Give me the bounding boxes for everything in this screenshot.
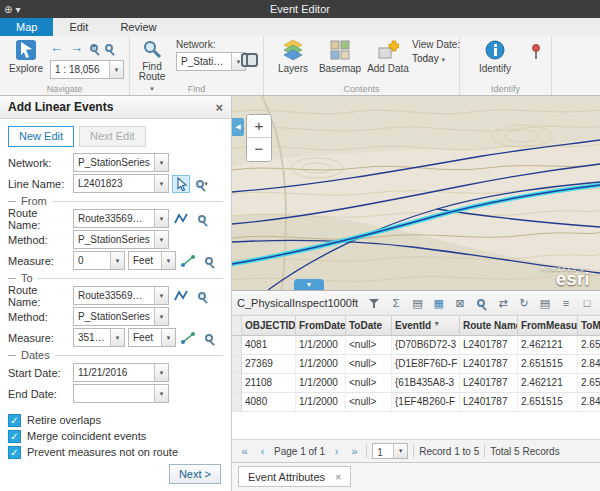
table-row[interactable]: 27369 1/1/2000 <null> {D1E8F76D-F L24017…	[232, 355, 600, 374]
options-menu-icon[interactable]: ≡	[558, 295, 574, 311]
tab-review[interactable]: Review	[104, 18, 172, 36]
to-measure-tool-icon[interactable]	[179, 329, 197, 347]
table-row[interactable]: 21108 1/1/2000 <null> {61B435A8-3 L24017…	[232, 374, 600, 393]
from-route-zoom-icon[interactable]	[193, 210, 211, 228]
to-unit-caret-icon[interactable]: ▼	[161, 329, 175, 346]
zoom-in-icon[interactable]	[90, 44, 98, 52]
retire-overlaps-checkbox[interactable]: ✓ Retire overlaps	[8, 412, 223, 428]
to-route-caret-icon[interactable]: ▼	[154, 287, 168, 304]
row-handle[interactable]	[232, 355, 242, 373]
from-measure-tool-icon[interactable]	[179, 252, 197, 270]
to-unit-select[interactable]: Feet ▼	[128, 328, 176, 347]
pin-tool-icon[interactable]	[529, 44, 543, 60]
column-header-routename[interactable]: Route Name	[460, 316, 518, 335]
map-canvas[interactable]: ◀ + − ▼ POWERED BY esri	[232, 96, 600, 290]
clear-selection-icon[interactable]: ⊠	[452, 295, 467, 311]
to-measure-input[interactable]: 351.75 ▼	[73, 328, 125, 347]
refresh-icon[interactable]: ↻	[516, 295, 532, 311]
collapse-panel-arrow[interactable]: ◀	[232, 118, 244, 136]
column-header-eventid[interactable]: EventId ▼	[392, 316, 460, 335]
explore-button[interactable]: Explore	[6, 39, 46, 74]
from-route-select[interactable]: Route33569@Cent ▼	[73, 209, 169, 228]
tab-event-attributes[interactable]: Event Attributes ×	[238, 466, 351, 487]
end-date-caret-icon[interactable]: ▼	[154, 385, 168, 402]
from-method-select[interactable]: P_StationSeries ▼	[73, 230, 169, 249]
to-measure-zoom-icon[interactable]	[200, 329, 218, 347]
row-handle[interactable]	[232, 336, 242, 354]
grid-splitter-collapse[interactable]: ▼	[294, 279, 324, 290]
panel-close-icon[interactable]: ×	[215, 101, 223, 114]
zoom-to-selection-icon[interactable]	[474, 295, 489, 311]
identify-button[interactable]: Identify	[474, 39, 516, 74]
table-row[interactable]: 4081 1/1/2000 <null> {D70B6D72-3 L240178…	[232, 336, 600, 355]
select-line-on-map-icon[interactable]	[172, 175, 190, 193]
from-method-caret-icon[interactable]: ▼	[154, 231, 168, 248]
network-combobox[interactable]: P_StationSeries ▼	[176, 52, 246, 71]
from-unit-caret-icon[interactable]: ▼	[161, 252, 175, 269]
zoom-out-icon[interactable]	[105, 44, 113, 52]
row-handle[interactable]	[232, 393, 242, 411]
export-table-icon[interactable]: ▤	[537, 295, 553, 311]
row-handle[interactable]	[232, 374, 242, 392]
to-measure-caret-icon[interactable]: ▼	[110, 329, 124, 346]
start-date-input[interactable]: 11/21/2016 ▼	[73, 363, 169, 382]
filter-icon[interactable]	[367, 295, 382, 311]
view-date-value[interactable]: Today ▾	[412, 53, 456, 64]
column-header-fromdate[interactable]: FromDate	[296, 316, 346, 335]
from-measure-zoom-icon[interactable]	[200, 252, 218, 270]
page-size-select[interactable]: 1 ▼	[372, 443, 408, 459]
sort-caret-icon[interactable]: ▼	[433, 320, 440, 327]
tab-edit[interactable]: Edit	[53, 18, 104, 36]
end-date-input[interactable]: ▼	[73, 384, 169, 403]
next-extent-icon[interactable]: →	[70, 41, 83, 55]
network-select-caret-icon[interactable]: ▼	[154, 154, 168, 171]
column-header-tomeasure[interactable]: ToMea	[578, 316, 600, 335]
view-date-caret-icon[interactable]: ▾	[441, 56, 445, 63]
from-measure-caret-icon[interactable]: ▼	[110, 252, 124, 269]
line-name-select[interactable]: L2401823 ▼	[73, 174, 169, 193]
scale-combobox[interactable]: 1 : 18,056 ▼	[50, 60, 124, 79]
layers-button[interactable]: Layers	[272, 39, 314, 74]
map-zoom-out-button[interactable]: −	[247, 138, 271, 161]
table-row[interactable]: 4080 1/1/2000 <null> {1EF4B260-F L240178…	[232, 393, 600, 412]
basemap-button[interactable]: Basemap	[318, 39, 362, 74]
to-route-network-icon[interactable]	[172, 287, 190, 305]
from-route-network-icon[interactable]	[172, 210, 190, 228]
last-page-icon[interactable]: »	[348, 445, 361, 457]
previous-extent-icon[interactable]: ←	[50, 41, 63, 55]
maximize-grid-icon[interactable]: □	[579, 295, 595, 311]
to-route-select[interactable]: Route33569@Cent ▼	[73, 286, 169, 305]
next-edit-button[interactable]: Next Edit	[79, 126, 146, 147]
tab-map[interactable]: Map	[0, 18, 53, 36]
line-zoom-icon[interactable]: ▾	[193, 175, 211, 193]
column-header-frommeasure[interactable]: FromMeasure	[518, 316, 578, 335]
from-route-caret-icon[interactable]: ▼	[154, 210, 168, 227]
from-unit-select[interactable]: Feet ▼	[128, 251, 176, 270]
to-method-select[interactable]: P_StationSeries ▼	[73, 307, 169, 326]
start-date-caret-icon[interactable]: ▼	[154, 364, 168, 381]
next-button[interactable]: Next >	[169, 464, 221, 484]
tab-close-icon[interactable]: ×	[335, 471, 341, 483]
prevent-measures-checkbox[interactable]: ✓ Prevent measures not on route	[8, 444, 223, 460]
binoculars-icon[interactable]	[241, 53, 258, 64]
to-route-zoom-icon[interactable]	[193, 287, 211, 305]
switch-selection-icon[interactable]: ⇄	[495, 295, 511, 311]
column-header-objectid[interactable]: OBJECTID	[242, 316, 296, 335]
merge-coincident-checkbox[interactable]: ✓ Merge coincident events	[8, 428, 223, 444]
prev-page-icon[interactable]: ‹	[256, 445, 269, 457]
network-select[interactable]: P_StationSeries ▼	[73, 153, 169, 172]
next-page-icon[interactable]: ›	[330, 445, 343, 457]
first-page-icon[interactable]: «	[238, 445, 251, 457]
column-header-todate[interactable]: ToDate	[346, 316, 392, 335]
from-measure-input[interactable]: 0 ▼	[73, 251, 125, 270]
statistics-icon[interactable]: Σ	[388, 295, 403, 311]
add-data-button[interactable]: Add Data	[366, 39, 410, 74]
map-zoom-in-button[interactable]: +	[247, 115, 271, 138]
page-size-caret-icon[interactable]: ▼	[393, 444, 407, 458]
selected-records-icon[interactable]: ▦	[431, 295, 446, 311]
to-method-caret-icon[interactable]: ▼	[154, 308, 168, 325]
line-name-caret-icon[interactable]: ▼	[154, 175, 168, 192]
scale-dropdown-icon[interactable]: ▼	[109, 61, 123, 78]
new-edit-button[interactable]: New Edit	[8, 126, 74, 147]
attribute-table-icon[interactable]: ▤	[410, 295, 425, 311]
